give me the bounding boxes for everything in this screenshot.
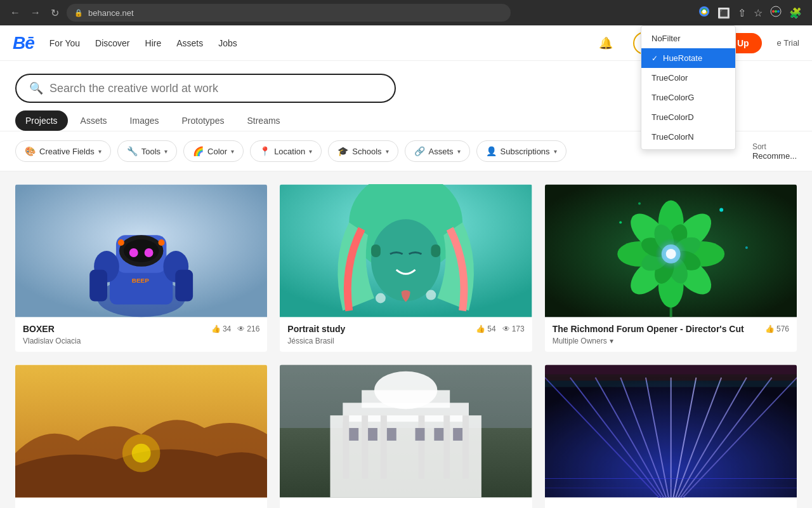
svg-point-4 (775, 10, 777, 13)
chevron-down-icon-4: ▾ (309, 148, 312, 155)
notification-bell[interactable]: 🔔 (599, 36, 613, 50)
nav-jobs[interactable]: Jobs (218, 38, 237, 48)
view-icon-1: 👁 (502, 324, 510, 333)
filter-creative-fields-label: Creative Fields (39, 147, 95, 156)
gallery-item-2[interactable]: The Richmond Forum Opener - Director's C… (545, 184, 797, 352)
tab-streams[interactable]: Streams (237, 110, 290, 131)
svg-rect-88 (545, 365, 797, 375)
gallery-stats-2: 👍 576 (765, 324, 789, 333)
gallery-info-1: Portrait study Jéssica Brasil 👍 54 👁 173 (280, 318, 532, 352)
svg-point-3 (772, 10, 775, 13)
tab-prototypes[interactable]: Prototypes (172, 110, 235, 131)
gallery-info-5 (545, 498, 797, 508)
profile-icon[interactable] (768, 3, 784, 22)
extensions-button[interactable]: 🧩 (787, 4, 804, 22)
filter-location[interactable]: 📍 Location ▾ (250, 140, 322, 162)
filter-schools-label: Schools (352, 147, 381, 156)
browser-actions: 🔳 ⇧ ☆ 🧩 (696, 3, 804, 22)
nav-discover[interactable]: Discover (95, 38, 129, 48)
sort-value: Recomme... (752, 151, 797, 161)
svg-rect-61 (343, 415, 350, 478)
gallery-info-0: BOXER Vladislav Ociacia 👍 34 👁 216 (15, 318, 267, 352)
svg-text:BEEP: BEEP (132, 277, 149, 284)
refresh-button[interactable]: ↻ (48, 4, 62, 22)
svg-rect-25 (431, 244, 441, 257)
svg-rect-68 (350, 428, 359, 441)
svg-point-52 (638, 203, 641, 205)
nav-foryou[interactable]: For You (49, 38, 80, 48)
back-button[interactable]: ← (8, 4, 23, 21)
google-icon[interactable] (696, 3, 712, 22)
subscriptions-icon: 👤 (486, 146, 497, 156)
forward-button[interactable]: → (28, 4, 43, 21)
filter-creative-fields[interactable]: 🎨 Creative Fields ▾ (15, 140, 111, 162)
gallery-item-5[interactable] (545, 364, 797, 508)
filter-assets[interactable]: 🔗 Assets ▾ (405, 140, 470, 162)
filter-truecolord[interactable]: TrueColorD (641, 107, 735, 127)
sort-label: Sort (752, 142, 797, 151)
filter-truecolor[interactable]: TrueColor (641, 68, 735, 88)
search-icon: 🔍 (29, 81, 43, 95)
filter-subscriptions[interactable]: 👤 Subscriptions ▾ (476, 140, 566, 162)
chevron-down-icon-3: ▾ (231, 148, 234, 155)
multiple-owners: Multiple Owners ▾ (553, 337, 744, 345)
gallery-item-1[interactable]: Portrait study Jéssica Brasil 👍 54 👁 173 (280, 184, 532, 352)
gallery-author-1: Jéssica Brasil (287, 337, 345, 345)
svg-point-19 (118, 239, 124, 246)
browser-chrome: ← → ↻ 🔒 behance.net 🔳 ⇧ ☆ 🧩 NoFilter ✓ H… (0, 0, 812, 25)
color-filter-dropdown: NoFilter ✓ HueRotate TrueColor TrueColor… (641, 25, 736, 150)
svg-point-12 (129, 248, 138, 257)
url-text: behance.net (88, 8, 134, 18)
gallery-views-0: 👁 216 (237, 324, 259, 333)
gallery-info-3 (15, 498, 267, 508)
gallery-likes-2: 👍 576 (765, 324, 789, 333)
svg-point-26 (376, 293, 386, 304)
filter-truecolorn-label: TrueColorN (652, 132, 694, 142)
tab-assets[interactable]: Assets (70, 110, 117, 131)
lock-icon: 🔒 (74, 9, 83, 17)
gallery-item-0[interactable]: BEEP BOXER Vladislav Ociacia 👍 34 👁 (15, 184, 267, 352)
check-icon: ✓ (652, 54, 658, 63)
filter-huerotate[interactable]: ✓ HueRotate (641, 48, 735, 68)
filter-schools[interactable]: 🎓 Schools ▾ (328, 140, 398, 162)
filter-color-label: Color (207, 147, 227, 156)
url-bar[interactable]: 🔒 behance.net (67, 4, 511, 22)
extension-icon[interactable]: 🔳 (715, 4, 733, 22)
svg-point-49 (719, 208, 723, 211)
filter-color[interactable]: 🌈 Color ▾ (183, 140, 244, 162)
nav-assets[interactable]: Assets (176, 38, 203, 48)
search-bar: 🔍 (15, 74, 396, 103)
trial-text: e Trial (777, 38, 799, 48)
nav-hire[interactable]: Hire (145, 38, 162, 48)
gallery-likes-1: 👍 54 (476, 324, 495, 333)
filter-truecolorn[interactable]: TrueColorN (641, 127, 735, 147)
tools-icon: 🔧 (127, 146, 138, 156)
filter-truecolorg[interactable]: TrueColorG (641, 88, 735, 107)
chevron-down-icon-7: ▾ (554, 148, 557, 155)
bookmark-icon[interactable]: ☆ (751, 4, 765, 22)
svg-point-1 (702, 10, 706, 13)
share-icon[interactable]: ⇧ (735, 4, 749, 22)
filter-nofilter[interactable]: NoFilter (641, 29, 735, 48)
svg-point-13 (145, 248, 154, 257)
assets-icon: 🔗 (414, 146, 425, 156)
tab-projects[interactable]: Projects (15, 110, 68, 131)
svg-rect-90 (545, 381, 797, 387)
svg-rect-73 (453, 428, 462, 441)
filter-nofilter-label: NoFilter (652, 34, 681, 43)
svg-point-67 (374, 371, 437, 410)
sort-control: Sort Recomme... (752, 142, 797, 161)
search-input[interactable] (49, 82, 382, 95)
gallery-title-0: BOXER (23, 324, 81, 334)
gallery-likes-0: 👍 34 (211, 324, 231, 333)
chevron-down-icon-5: ▾ (386, 148, 389, 155)
gallery-item-3[interactable] (15, 364, 267, 508)
gallery-bottom-2: The Richmond Forum Opener - Director's C… (553, 324, 789, 345)
filter-truecolor-label: TrueColor (652, 73, 688, 83)
like-icon: 👍 (211, 324, 221, 333)
svg-point-5 (777, 10, 780, 13)
gallery-item-4[interactable] (280, 364, 532, 508)
svg-rect-63 (381, 415, 387, 478)
filter-tools[interactable]: 🔧 Tools ▾ (117, 140, 177, 162)
tab-images[interactable]: Images (120, 110, 169, 131)
